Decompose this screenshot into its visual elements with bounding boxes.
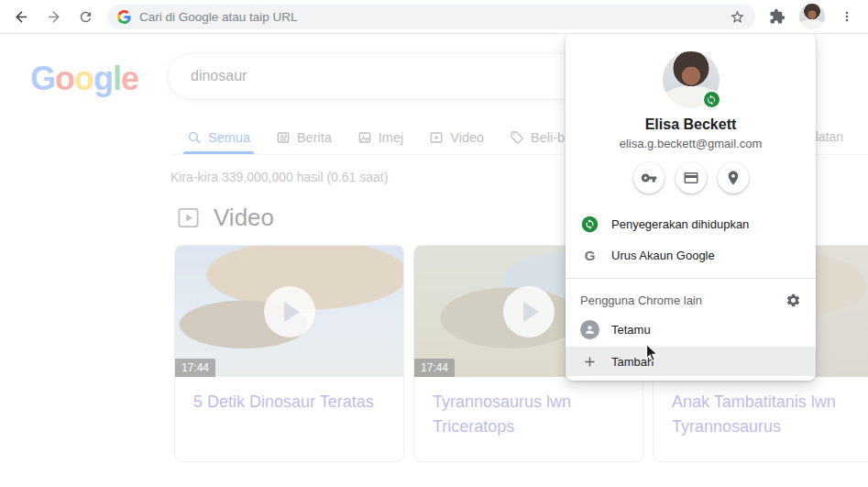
- tab-label: Imej: [379, 130, 403, 145]
- bookmark-star-icon[interactable]: [730, 9, 745, 25]
- account-email: elisa.g.beckett@gmail.com: [566, 137, 816, 150]
- credit-card-icon: [683, 170, 699, 186]
- images-icon: [357, 130, 372, 145]
- guest-avatar-icon: [580, 320, 599, 339]
- video-section-icon: [176, 205, 201, 230]
- other-users-label: Pengguna Chrome lain: [580, 293, 786, 307]
- news-icon: [276, 130, 291, 145]
- video-icon: [429, 130, 444, 145]
- profile-avatar-button[interactable]: [799, 4, 825, 29]
- sync-circle-icon: [581, 216, 599, 233]
- menu-item-guest[interactable]: Tetamu: [566, 314, 816, 345]
- addresses-button[interactable]: [718, 162, 749, 194]
- video-title-link[interactable]: Tyrannosaurus lwn Triceratops: [433, 393, 571, 436]
- play-button-icon: [264, 286, 315, 338]
- back-arrow-icon: [13, 8, 30, 26]
- tab-video[interactable]: Video: [429, 122, 484, 152]
- video-section-header: Video: [176, 204, 274, 232]
- logo-letter: G: [30, 60, 55, 97]
- google-logo[interactable]: Google: [30, 60, 138, 98]
- menu-item-manage-account[interactable]: G Urus Akaun Google: [566, 239, 816, 271]
- tab-label: Video: [450, 130, 484, 145]
- extensions-button[interactable]: [767, 6, 787, 27]
- video-title-link[interactable]: Anak Tambatitanis lwn Tyrannosaurus: [672, 393, 836, 436]
- sync-icon: [706, 94, 717, 105]
- url-placeholder: Cari di Google atau taip URL: [139, 10, 721, 24]
- payment-methods-button[interactable]: [676, 162, 707, 194]
- menu-item-sync-status[interactable]: Penyegerakan dihidupkan: [566, 208, 816, 239]
- video-section-title: Video: [214, 204, 274, 232]
- reload-icon: [78, 9, 93, 25]
- tab-imej[interactable]: Imej: [357, 122, 403, 152]
- logo-letter: g: [93, 60, 113, 97]
- profile-menu: Elisa Beckett elisa.g.beckett@gmail.com …: [566, 33, 816, 381]
- reload-button[interactable]: [75, 6, 95, 27]
- tab-semua[interactable]: Semua: [187, 122, 250, 152]
- logo-letter: e: [121, 60, 138, 97]
- video-title-link[interactable]: 5 Detik Dinosaur Teratas: [193, 393, 374, 411]
- forward-button[interactable]: [43, 6, 63, 27]
- profile-photo-wrap: [663, 51, 720, 108]
- logo-letter: o: [74, 60, 93, 97]
- search-query-text: dinosaur: [191, 68, 247, 84]
- play-button-icon: [503, 286, 555, 338]
- menu-divider: [566, 278, 816, 279]
- account-name: Elisa Beckett: [566, 116, 816, 133]
- menu-item-label: Tetamu: [611, 323, 651, 337]
- google-g-gray-icon: G: [580, 248, 599, 263]
- browser-window: Cari di Google atau taip URL Google dino…: [0, 0, 868, 487]
- result-stats: Kira-kira 339,000,000 hasil (0.61 saat): [170, 170, 388, 184]
- chrome-menu-button[interactable]: [837, 6, 857, 27]
- location-pin-icon: [725, 170, 742, 186]
- passwords-button[interactable]: [633, 162, 665, 194]
- video-duration: 17:44: [175, 359, 215, 377]
- video-thumbnail[interactable]: 17:44: [175, 246, 403, 377]
- cursor-arrow-icon: [645, 343, 659, 363]
- shopping-tag-icon: [510, 130, 524, 145]
- puzzle-icon: [769, 8, 786, 25]
- three-dots-icon: [840, 9, 854, 24]
- forward-arrow-icon: [45, 8, 62, 26]
- video-duration: 17:44: [414, 359, 455, 377]
- plus-icon: [580, 354, 599, 370]
- browser-toolbar: Cari di Google atau taip URL: [0, 0, 868, 34]
- mouse-cursor: [645, 343, 659, 367]
- menu-item-add-person[interactable]: Tambah: [566, 347, 816, 376]
- sync-on-green-icon: [580, 216, 599, 233]
- quick-actions-row: [566, 162, 816, 194]
- menu-item-label: Urus Akaun Google: [611, 249, 715, 262]
- key-icon: [641, 170, 657, 186]
- profile-menu-items: Penyegerakan dihidupkan G Urus Akaun Goo…: [566, 208, 816, 376]
- logo-letter: o: [55, 60, 74, 97]
- back-button[interactable]: [11, 6, 31, 27]
- google-g-icon: [117, 10, 131, 24]
- video-card[interactable]: 17:44 5 Detik Dinosaur Teratas: [174, 245, 404, 462]
- tab-berita[interactable]: Berita: [276, 122, 332, 152]
- menu-item-label: Penyegerakan dihidupkan: [611, 217, 749, 231]
- tab-label: Berita: [297, 130, 332, 145]
- sync-on-badge: [702, 90, 721, 109]
- tab-label: Semua: [208, 130, 250, 145]
- other-users-section: Pengguna Chrome lain: [566, 286, 816, 314]
- search-icon: [187, 130, 202, 145]
- gear-icon[interactable]: [786, 293, 801, 308]
- address-bar[interactable]: Cari di Google atau taip URL: [107, 5, 755, 29]
- logo-letter: l: [113, 60, 121, 97]
